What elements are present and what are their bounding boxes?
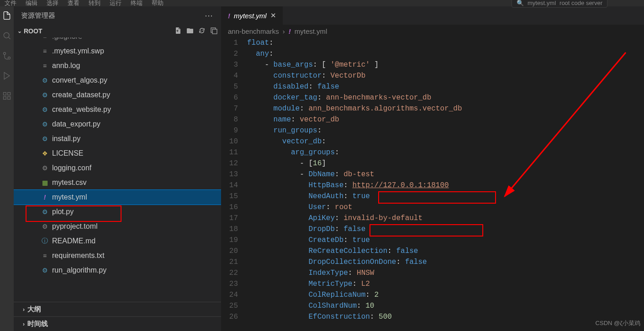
collapse-icon[interactable] <box>210 27 217 36</box>
breadcrumb[interactable]: ann-benchmarks › ! mytest.yml <box>222 25 644 37</box>
file-item-pyproject-toml[interactable]: ⚙pyproject.toml <box>14 219 221 234</box>
code-line[interactable]: arg_groups: <box>247 147 644 158</box>
py-file-icon: ⚙ <box>40 121 49 128</box>
code-line[interactable]: name: vector_db <box>247 114 644 125</box>
line-number: 11 <box>222 147 238 158</box>
line-number: 19 <box>222 235 238 246</box>
svg-point-0 <box>4 32 9 38</box>
svg-rect-5 <box>8 93 11 95</box>
file-item-README-md[interactable]: ⓘREADME.md <box>14 234 221 248</box>
txt-file-icon: ≡ <box>40 37 49 40</box>
code-line[interactable]: module: ann_benchmarks.algorithms.vector… <box>247 103 644 114</box>
line-number: 23 <box>222 278 238 289</box>
svg-rect-7 <box>8 97 11 100</box>
code-line[interactable]: User: root <box>247 202 644 213</box>
file-item-logging-conf[interactable]: ⚙logging.conf <box>14 161 221 175</box>
command-center[interactable]: 🔍 mytest.yml root code server <box>512 0 607 8</box>
code-line[interactable]: - [16] <box>247 158 644 169</box>
watermark: CSDN @ζ小菜鸡 <box>596 319 640 327</box>
file-item-annb-log[interactable]: ≡annb.log <box>14 58 221 73</box>
py-file-icon: ⚙ <box>40 106 49 113</box>
sidebar-more-icon[interactable]: ⋯ <box>205 11 214 21</box>
svg-point-2 <box>8 57 11 59</box>
code-line[interactable]: - DbName: db-test <box>247 169 644 180</box>
code-line[interactable]: constructor: VectorDb <box>247 70 644 81</box>
menu-go[interactable]: 转到 <box>89 0 100 6</box>
menu-file[interactable]: 文件 <box>5 0 16 6</box>
file-item-mytest-yml[interactable]: !mytest.yml <box>14 190 221 205</box>
tab-mytest-yml[interactable]: ! mytest.yml ✕ <box>222 6 283 25</box>
chevron-down-icon: ⌄ <box>17 28 22 34</box>
menu-run[interactable]: 运行 <box>110 0 121 6</box>
new-file-icon[interactable] <box>174 27 182 36</box>
code-line[interactable]: DropCollectionOnDone: false <box>247 257 644 268</box>
file-name: .gitignore <box>52 37 82 41</box>
file-item-requirements-txt[interactable]: ≡requirements.txt <box>14 248 221 263</box>
file-name: .mytest.yml.swp <box>52 47 104 55</box>
file-item-mytest-csv[interactable]: ▦mytest.csv <box>14 175 221 190</box>
file-item-convert-algos-py[interactable]: ⚙convert_algos.py <box>14 73 221 88</box>
code-line[interactable]: DropDb: false <box>247 224 644 235</box>
sidebar-header: 资源管理器 ⋯ <box>14 6 221 25</box>
new-folder-icon[interactable] <box>186 27 194 36</box>
code-line[interactable]: HttpBase: http://127.0.0.1:18100 <box>247 180 644 191</box>
file-item-install-py[interactable]: ⚙install.py <box>14 131 221 146</box>
file-tree[interactable]: ≡.gitignore≡.mytest.yml.swp≡annb.log⚙con… <box>14 37 221 302</box>
timeline-section[interactable]: › 时间线 <box>14 316 221 331</box>
file-item-create-website-py[interactable]: ⚙create_website.py <box>14 102 221 117</box>
menu-help[interactable]: 帮助 <box>152 0 164 6</box>
line-number: 24 <box>222 289 238 300</box>
scm-icon[interactable] <box>2 51 11 60</box>
file-item-create-dataset-py[interactable]: ⚙create_dataset.py <box>14 88 221 102</box>
menu-select[interactable]: 选择 <box>47 0 58 6</box>
extensions-icon[interactable] <box>2 91 11 100</box>
menu-terminal[interactable]: 终端 <box>131 0 143 6</box>
file-item-plot-py[interactable]: ⚙plot.py <box>14 205 221 219</box>
root-folder-header[interactable]: ⌄ ROOT <box>14 25 221 37</box>
root-label: ROOT <box>24 27 42 35</box>
search-activity-icon[interactable] <box>2 31 11 40</box>
file-item--mytest-yml-swp[interactable]: ≡.mytest.yml.swp <box>14 44 221 58</box>
code-line[interactable]: any: <box>247 48 644 59</box>
code-line[interactable]: ColShardNum: 10 <box>247 300 644 311</box>
close-icon[interactable]: ✕ <box>270 11 276 20</box>
breadcrumb-file[interactable]: mytest.yml <box>295 27 327 35</box>
svg-rect-6 <box>4 97 6 100</box>
breadcrumb-folder[interactable]: ann-benchmarks <box>228 27 279 35</box>
code-line[interactable]: - base_args: [ '@metric' ] <box>247 59 644 70</box>
sidebar-title: 资源管理器 <box>21 11 55 20</box>
outline-section[interactable]: › 大纲 <box>14 302 221 316</box>
file-name: mytest.csv <box>52 179 87 187</box>
code-line[interactable]: disabled: false <box>247 81 644 92</box>
file-name: create_website.py <box>52 105 111 114</box>
code-line[interactable]: NeedAuth: true <box>247 191 644 202</box>
menu-view[interactable]: 查看 <box>68 0 79 6</box>
csv-file-icon: ▦ <box>40 179 49 186</box>
file-item--gitignore[interactable]: ≡.gitignore <box>14 37 221 44</box>
code-line[interactable]: MetricType: L2 <box>247 278 644 289</box>
explorer-icon[interactable] <box>2 11 11 20</box>
chevron-right-icon: › <box>23 321 25 327</box>
code-content[interactable]: float: any: - base_args: [ '@metric' ] c… <box>247 37 644 331</box>
code-line[interactable]: docker_tag: ann-benchmarks-vector_db <box>247 92 644 103</box>
code-line[interactable]: IndexType: HNSW <box>247 268 644 278</box>
py-file-icon: ⚙ <box>40 135 49 142</box>
line-number: 25 <box>222 300 238 311</box>
menu-edit[interactable]: 编辑 <box>26 0 37 6</box>
svg-point-1 <box>4 53 6 55</box>
line-number: 22 <box>222 268 238 278</box>
file-item-LICENSE[interactable]: ❖LICENSE <box>14 146 221 161</box>
code-line[interactable]: vector_db: <box>247 136 644 147</box>
code-line[interactable]: ColReplicaNum: 2 <box>247 289 644 300</box>
code-line[interactable]: CreateDb: true <box>247 235 644 246</box>
code-line[interactable]: float: <box>247 37 644 48</box>
debug-icon[interactable] <box>2 71 11 80</box>
refresh-icon[interactable] <box>198 27 206 36</box>
file-item-data-export-py[interactable]: ⚙data_export.py <box>14 117 221 131</box>
code-line[interactable]: ReCreateCollection: false <box>247 246 644 257</box>
code-line[interactable]: run_groups: <box>247 125 644 136</box>
code-line[interactable]: ApiKey: invalid-by-default <box>247 213 644 224</box>
code-line[interactable]: EfConstruction: 500 <box>247 311 644 322</box>
file-item-run-algorithm-py[interactable]: ⚙run_algorithm.py <box>14 263 221 278</box>
code-editor[interactable]: 1234567891011121314151617181920212223242… <box>222 37 644 331</box>
